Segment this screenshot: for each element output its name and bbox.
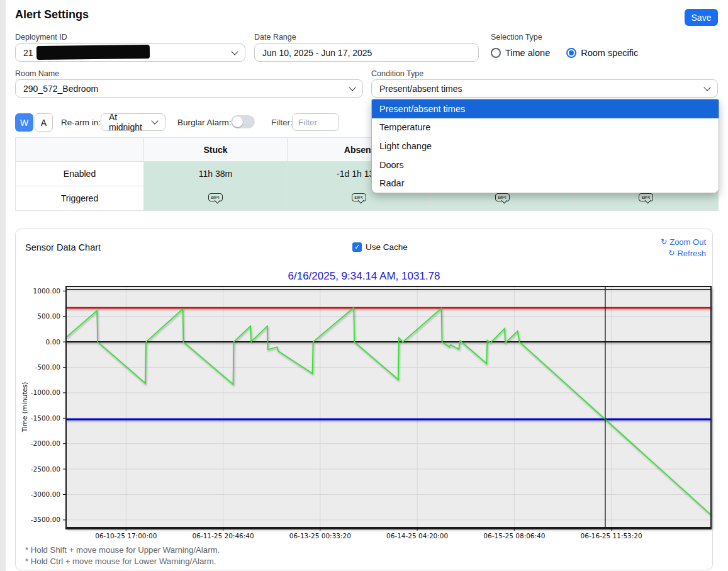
x-tick-label: 06-14-25 04:20:00 [386,532,448,540]
x-tick-label: 06-15-25 08:06:40 [483,532,545,540]
sms-bubble-label: sms [352,193,366,201]
zoom-out-label: Zoom Out [669,237,706,247]
dropdown-option-radar[interactable]: Radar [372,174,719,193]
use-cache-label: Use Cache [366,242,408,252]
use-cache-control[interactable]: Use Cache [352,242,408,252]
rearm-select[interactable]: At midnight [101,113,165,131]
rearm-label: Re-arm in: [61,118,101,127]
column-header-stuck: Stuck [144,138,288,162]
radio-label: Time alone [505,48,550,58]
date-range-label: Date Range [254,33,296,42]
condition-type-select[interactable]: Present/absent times [371,79,718,98]
sms-icon[interactable]: sms [208,193,223,204]
room-name-label: Room Name [15,69,59,78]
refresh-label: Refresh [677,248,706,259]
row-label-enabled: Enabled [16,162,144,186]
room-name-value: 290_572_Bedroom [23,84,98,94]
table-cell[interactable]: sms [144,186,288,211]
page-edge-strip [0,0,6,571]
dropdown-option-doors[interactable]: Doors [372,155,719,174]
filter-label: Filter: [271,118,293,127]
date-range-value: Jun 10, 2025 - Jun 17, 2025 [262,48,372,58]
chevron-down-icon [151,117,158,124]
chevron-down-icon [231,48,238,55]
y-tick-label: 500.00 [37,312,60,320]
filter-input[interactable] [292,113,339,131]
chevron-down-icon [349,84,356,91]
y-axis-title: Time (minutes) [21,382,28,433]
condition-type-value: Present/absent times [379,84,462,94]
refresh-icon [668,247,675,259]
zoom-out-link[interactable]: Zoom Out [629,236,706,247]
y-tick-label: -2500.00 [31,465,60,473]
checkbox-checked-icon[interactable] [352,242,362,252]
table-corner-cell [16,138,144,162]
redaction-bar [36,45,150,60]
sms-icon[interactable]: sms [639,193,654,204]
radio-time-alone[interactable]: Time alone [491,48,550,58]
row-label-triggered: Triggered [16,186,144,211]
deployment-id-label: Deployment ID [15,33,67,42]
chart-heading: Sensor Data Chart [25,242,101,252]
y-tick-label: -1500.00 [31,414,60,422]
sms-icon[interactable]: sms [352,193,367,204]
shift-hint-note: * Hold Shift + move mouse for Upper Warn… [25,545,220,555]
x-tick-label: 06-13-25 00:33:20 [289,532,351,540]
selection-type-radios: Time aloneRoom specific [491,45,638,60]
chevron-down-icon [703,84,710,91]
dropdown-option-light-change[interactable]: Light change [372,137,719,155]
page-title: Alert Settings [15,8,89,21]
y-tick-label: -3000.00 [31,490,60,498]
radio-room-specific[interactable]: Room specific [566,48,638,58]
refresh-link[interactable]: Refresh [629,247,706,259]
chart-cursor-readout: 6/16/2025, 9:34.14 AM, 1031.78 [15,270,713,283]
y-tick-label: -2000.00 [31,439,60,447]
ctrl-hint-note: * Hold Ctrl + move mouse for Lower Warni… [25,557,216,566]
date-range-input[interactable]: Jun 10, 2025 - Jun 17, 2025 [254,43,479,62]
y-tick-label: -500.00 [35,363,60,371]
selection-type-label: Selection Type [491,33,542,42]
alarm-mode-button[interactable]: A [35,113,53,132]
burglar-alarm-toggle[interactable] [231,115,255,128]
plot-area[interactable] [66,286,711,528]
sms-bubble-label: sms [639,193,653,201]
y-tick-label: 1000.00 [33,287,60,295]
sms-bubble-label: sms [208,193,223,201]
refresh-icon [661,236,667,247]
x-tick-label: 06-16-25 11:53:20 [581,532,642,540]
rearm-value: At midnight [109,112,152,132]
burglar-alarm-label: Burglar Alarm: [177,118,232,127]
table-cell[interactable]: 11h 38m [144,162,288,186]
condition-type-label: Condition Type [371,69,423,78]
save-button[interactable]: Save [685,9,718,26]
x-tick-label: 06-10-25 17:00:00 [95,532,157,540]
sms-icon[interactable]: sms [495,193,510,204]
dropdown-option-present-absent-times[interactable]: Present/absent times [372,99,719,118]
alert-settings-page: Alert Settings Save Deployment ID 21 Dat… [0,0,728,571]
x-tick-label: 06-11-25 20:46:40 [193,532,254,540]
radio-label: Room specific [581,48,638,58]
deployment-id-value: 21 [23,48,33,58]
y-tick-label: -3500.00 [31,516,60,523]
radio-selected-icon[interactable] [566,48,576,58]
toggle-knob [232,116,243,127]
warning-mode-button[interactable]: W [15,113,33,132]
sensor-data-chart[interactable]: 1000.00500.000.00-500.00-1000.00-1500.00… [19,283,717,548]
dropdown-option-temperature[interactable]: Temperature [372,118,719,137]
y-tick-label: 0.00 [46,338,60,346]
condition-type-dropdown: Present/absent timesTemperatureLight cha… [371,99,719,193]
sms-bubble-label: sms [495,193,510,201]
room-name-select[interactable]: 290_572_Bedroom [15,79,363,98]
y-tick-label: -1000.00 [31,388,60,396]
radio-icon[interactable] [491,48,501,58]
